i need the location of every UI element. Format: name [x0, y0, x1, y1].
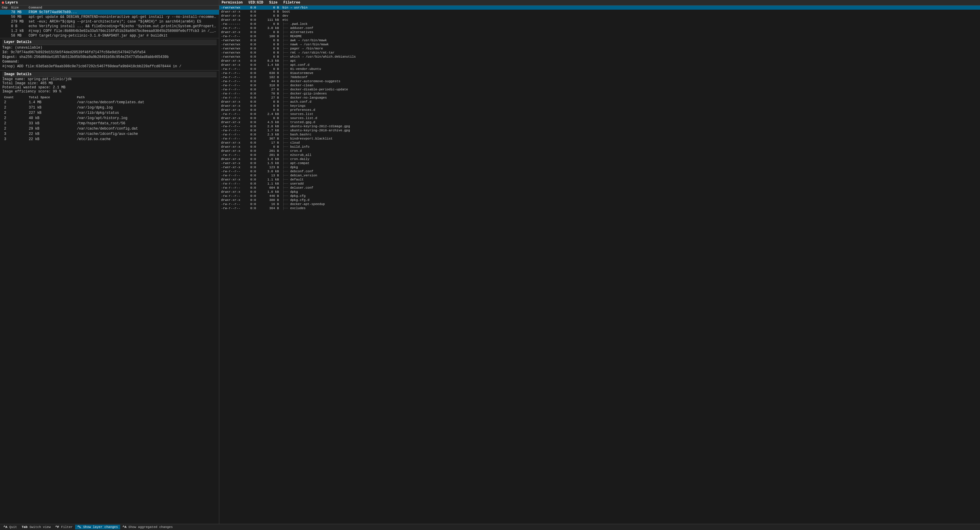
file-row[interactable]: -rw-r--r-- 0:0 318 B ├── docker-clean: [219, 83, 980, 88]
file-row[interactable]: -rw-r--r-- 0:0 2.4 kB ├── sources.list: [219, 112, 980, 116]
file-row[interactable]: -rw-r--r-- 0:0 1.1 kB ├── useradd: [219, 181, 980, 186]
file-row[interactable]: -rw------- 0:0 0 B ├── .pwd.lock: [219, 22, 980, 26]
file-row[interactable]: -rw-r--r-- 0:0 27 B ├── docker-no-langua…: [219, 95, 980, 100]
file-row[interactable]: -rwxr-xr-x 0:0 1.5 kB ├── apt-compat: [219, 161, 980, 165]
file-perm: -rw-r--r--: [219, 181, 248, 186]
file-row[interactable]: -rw-r--r-- 0:0 16 B ├── docker-apt-speed…: [219, 202, 980, 206]
file-row[interactable]: drwxr-xr-x 0:0 0 B ├── build.info: [219, 145, 980, 149]
layer-row[interactable]: 0 B echo Verifying install ... && fileEn…: [0, 24, 219, 29]
file-row[interactable]: drwxr-xr-x 0:0 1.6 kB ├── cron.daily: [219, 157, 980, 161]
file-perm: drwxr-xr-x: [219, 100, 248, 104]
file-row[interactable]: drwxr-xr-x 0:0 111 kB etc: [219, 18, 980, 22]
file-size: 1.6 kB: [263, 157, 281, 161]
file-row[interactable]: drwxr-xr-x 0:0 0 B ├── preferences.d: [219, 108, 980, 112]
show-layer-changes-button[interactable]: ^L Show layer changes: [75, 525, 121, 529]
file-size: 364 B: [263, 206, 281, 210]
file-row[interactable]: -rw-r--r-- 0:0 182 B ├── 70debconf: [219, 75, 980, 79]
wasted-row: 2 29 kB /var/cache/debconf/config.dat: [3, 126, 216, 131]
file-uid: 0:0: [248, 18, 263, 22]
file-size: 201 B: [263, 149, 281, 153]
quit-button[interactable]: ^A Quit: [1, 525, 19, 529]
wasted-table: Count Total Space Path 2 1.4 MB /var/cac…: [2, 95, 216, 142]
file-row[interactable]: -rw-r--r-- 0:0 27 B ├── docker-disable-p…: [219, 88, 980, 92]
file-uid: 0:0: [248, 83, 263, 88]
file-row[interactable]: -rwxrwxrwx 0:0 0 B ├── nawk → /usr/bin/m…: [219, 42, 980, 46]
layer-size: 50 MB: [10, 14, 27, 19]
file-path: dev: [281, 14, 980, 18]
file-size: 27 B: [263, 95, 281, 100]
file-path: ├── debian_version: [281, 173, 980, 178]
file-row[interactable]: -rw-r--r-- 0:0 630 B ├── 01autoremove: [219, 71, 980, 75]
file-perm: -rw-r--r--: [219, 92, 248, 95]
show-aggregated-button[interactable]: ^A Show aggregated changes: [120, 525, 175, 529]
file-row[interactable]: -rw-r--r-- 0:0 70 B ├── docker-gzip-inde…: [219, 92, 980, 95]
wasted-row: 2 33 kB /tmp/hsperfdata_root/56: [3, 121, 216, 126]
file-size: 1.1 kB: [263, 178, 281, 181]
layer-row[interactable]: 1.2 kB #(nop) COPY file:8b8864b3e02a33a5…: [0, 29, 219, 33]
layer-row[interactable]: 279 MB set -eux; ARCH="$(dpkg --print-ar…: [0, 19, 219, 24]
layer-row[interactable]: 78 MB FROM 9c78f74ad967b89...: [0, 10, 219, 15]
file-row[interactable]: drwxr-xr-x 0:0 1.4 kB ├── apt.conf.d: [219, 63, 980, 67]
file-path: ├── which → /usr/bin/which.debianutils: [281, 55, 980, 59]
file-row[interactable]: -rw-r--r-- 0:0 2.8 kB ├── ubuntu-keyring…: [219, 124, 980, 128]
file-perm: -rw-r--r--: [219, 112, 248, 116]
right-col-size: Size: [269, 1, 277, 5]
switch-view-button[interactable]: Tab Switch view: [19, 525, 53, 529]
file-row[interactable]: -rw-r--r-- 0:0 446 B ├── dpkg.cfg: [219, 194, 980, 198]
file-uid: 0:0: [248, 59, 263, 63]
file-path: ├── docker-gzip-indexes: [281, 92, 980, 95]
filter-button[interactable]: ^F Filter: [53, 525, 75, 529]
file-row[interactable]: -rw-r--r-- 0:0 3.0 kB ├── adduser.conf: [219, 26, 980, 30]
file-row[interactable]: -rw-r--r-- 0:0 2.3 kB ├── bash.bashrc: [219, 132, 980, 137]
file-row[interactable]: -rw-r--r-- 0:0 201 B ├── e2scrub_all: [219, 153, 980, 157]
file-uid: 0:0: [248, 161, 263, 165]
file-row[interactable]: -rw-r--r-- 0:0 1.7 kB ├── ubuntu-keyring…: [219, 128, 980, 132]
file-row[interactable]: drwxr-xr-x 0:0 0 B ├── alternatives: [219, 30, 980, 34]
file-row[interactable]: drwxr-xr-x 0:0 0 B ├── keyrings: [219, 104, 980, 108]
file-path: ├── sources.list.d: [281, 116, 980, 120]
file-path: ├── build.info: [281, 145, 980, 149]
file-uid: 0:0: [248, 6, 263, 10]
layer-row[interactable]: 50 MB apt-get update && DEBIAN_FRONTEND=…: [0, 14, 219, 19]
wasted-row: 2 1.4 MB /var/cache/debconf/templates.da…: [3, 100, 216, 105]
file-perm: -rw-r--r--: [219, 128, 248, 132]
file-row[interactable]: -rw-r--r-- 0:0 0 B ├── 01-vendor-ubuntu: [219, 67, 980, 71]
file-uid: 0:0: [248, 206, 263, 210]
file-row[interactable]: -rwxrwxrwx 0:0 0 B ├── which → /usr/bin/…: [219, 55, 980, 59]
file-perm: -rw-r--r--: [219, 202, 248, 206]
file-row[interactable]: drwxr-xr-x 0:0 4.5 kB ├── trusted.gpg.d: [219, 120, 980, 124]
file-row[interactable]: -rwxrwxrwx 0:0 0 B ├── awk → /usr/bin/ma…: [219, 38, 980, 42]
file-perm: -rw-r--r--: [219, 206, 248, 210]
file-perm: drwxr-xr-x: [219, 198, 248, 202]
file-row[interactable]: -rw-r--r-- 0:0 44 B ├── docker-autoremov…: [219, 79, 980, 83]
file-row[interactable]: drwxr-xr-x 0:0 0 B boot: [219, 10, 980, 14]
file-row[interactable]: drwxr-xr-x 0:0 0 B dev: [219, 14, 980, 18]
file-row[interactable]: -rw-r--r-- 0:0 100 B ├── README: [219, 34, 980, 38]
file-row[interactable]: -rwxr-xr-x 0:0 123 B ├── dpkg: [219, 165, 980, 169]
file-row[interactable]: -rw-r--r-- 0:0 13 B ├── debian_version: [219, 173, 980, 178]
file-row[interactable]: drwxr-xr-x 0:0 201 B ├── cron.d: [219, 149, 980, 153]
layer-row[interactable]: 58 MB COPY target/spring-petclinic-3.1.0…: [0, 33, 219, 38]
file-row[interactable]: drwxr-xr-x 0:0 1.1 kB ├── default: [219, 178, 980, 181]
file-row[interactable]: -rw-r--r-- 0:0 3.0 kB ├── debconf.conf: [219, 169, 980, 173]
file-row[interactable]: -rw-r--r-- 0:0 364 B ├── excludes: [219, 206, 980, 210]
file-row[interactable]: -rw-r--r-- 0:0 367 B ├── bindresvport.bl…: [219, 137, 980, 141]
layers-section: Layers Cmp Size Command 78 MB FROM 9c78f…: [0, 0, 219, 38]
file-row[interactable]: -rwxrwxrwx 0:0 0 B ├── pager → /bin/more: [219, 46, 980, 51]
file-size: 2.3 kB: [263, 132, 281, 137]
file-row[interactable]: -rw-r--r-- 0:0 604 B ├── deluser.conf: [219, 186, 980, 190]
file-path: ├── cron.daily: [281, 157, 980, 161]
file-row[interactable]: drwxr-xr-x 0:0 1.0 kB ├── dpkg: [219, 190, 980, 194]
file-size: 0 B: [263, 116, 281, 120]
file-row[interactable]: drwxr-xr-x 0:0 8.3 kB ├── apt: [219, 59, 980, 63]
file-uid: 0:0: [248, 128, 263, 132]
file-row[interactable]: drwxr-xr-x 0:0 380 B ├── dpkg.cfg.d: [219, 198, 980, 202]
file-row[interactable]: drwxr-xr-x 0:0 17 B ├── cloud: [219, 141, 980, 145]
file-row[interactable]: drwxr-xr-x 0:0 0 B ├── auth.conf.d: [219, 100, 980, 104]
file-path: bin → usr/bin: [281, 6, 980, 10]
file-row[interactable]: drwxr-xr-x 0:0 0 B ├── sources.list.d: [219, 116, 980, 120]
file-size: 8.3 kB: [263, 59, 281, 63]
file-row[interactable]: -rwxrwxrwx 0:0 0 B ├── rmt → /usr/sbin/r…: [219, 51, 980, 55]
file-row[interactable]: -rwxrwxrwx 0:0 0 B bin → usr/bin: [219, 6, 980, 10]
file-path: ├── preferences.d: [281, 108, 980, 112]
